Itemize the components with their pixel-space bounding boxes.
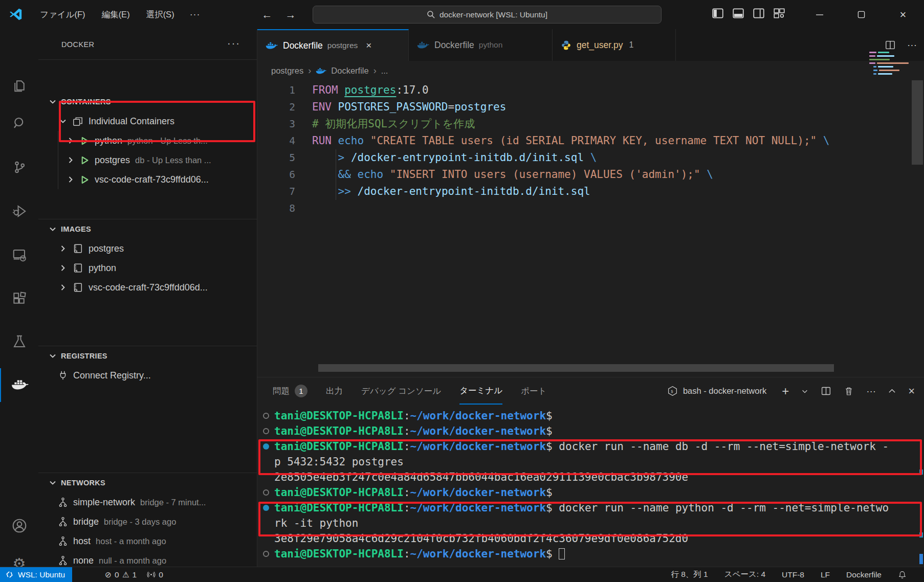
image-item-vsc-code-craft-73c9ffdd06d-[interactable]: vsc-code-craft-73c9ffdd06d... bbox=[38, 278, 257, 297]
toggle-secondary-sidebar-icon[interactable] bbox=[752, 7, 765, 20]
command-decoration-icon[interactable] bbox=[263, 443, 269, 450]
window-close-button[interactable]: × bbox=[891, 0, 915, 29]
toggle-panel-icon[interactable] bbox=[732, 7, 745, 20]
panel-more-actions-icon[interactable]: ··· bbox=[866, 386, 876, 397]
remote-indicator[interactable]: WSL: Ubuntu bbox=[0, 567, 72, 582]
editor-vertical-scrollbar[interactable] bbox=[912, 80, 923, 165]
window-maximize-button[interactable] bbox=[849, 0, 873, 29]
command-decoration-icon[interactable] bbox=[263, 428, 269, 434]
container-item-python[interactable]: pythonpython - Up Less th... bbox=[38, 131, 257, 150]
container-item-vsc-code-craft-73c9ffdd06-[interactable]: vsc-code-craft-73c9ffdd06... bbox=[38, 170, 257, 189]
section-header-registries[interactable]: REGISTRIES bbox=[38, 346, 257, 366]
panel-tab-デバッグ コンソール[interactable]: デバッグ コンソール bbox=[361, 377, 441, 405]
terminal-content[interactable]: tani@DESKTOP-HCPA8LI:~/work/docker-netwo… bbox=[257, 408, 917, 567]
nav-back-icon[interactable]: ← bbox=[258, 7, 276, 23]
container-item-postgres[interactable]: postgresdb - Up Less than ... bbox=[38, 150, 257, 170]
terminal-dropdown-icon[interactable] bbox=[801, 388, 808, 395]
panel-tab-問題[interactable]: 問題1 bbox=[273, 377, 307, 405]
panel-tab-ターミナル[interactable]: ターミナル bbox=[459, 377, 502, 405]
tab-problem-badge: 1 bbox=[629, 40, 633, 50]
tab-close-icon[interactable]: × bbox=[366, 40, 371, 51]
split-terminal-icon[interactable] bbox=[821, 386, 831, 396]
breadcrumb-file[interactable]: Dockerfile bbox=[331, 66, 368, 76]
chevron-right-icon bbox=[58, 243, 68, 254]
run-debug-icon[interactable] bbox=[0, 194, 38, 228]
docker-extension-icon[interactable] bbox=[0, 368, 38, 402]
code-token: = bbox=[448, 101, 455, 113]
terminal-title: bash - docker-network bbox=[683, 386, 766, 396]
command-center-search[interactable]: docker-network [WSL: Ubuntu] bbox=[313, 6, 662, 24]
tree-item-individual-containers[interactable]: Individual Containers bbox=[38, 111, 257, 131]
search-icon bbox=[427, 10, 435, 19]
image-item-postgres[interactable]: postgres bbox=[38, 239, 257, 258]
command-decoration-icon[interactable] bbox=[263, 413, 269, 419]
terminal-text: ~/work/docker-network bbox=[410, 410, 546, 422]
extensions-icon[interactable] bbox=[0, 282, 38, 316]
terminal-line: tani@DESKTOP-HCPA8LI:~/work/docker-netwo… bbox=[257, 485, 917, 500]
terminal-cursor[interactable] bbox=[559, 548, 565, 559]
menu-more-icon[interactable]: ··· bbox=[183, 6, 208, 23]
split-editor-icon[interactable] bbox=[885, 39, 896, 51]
menu-edit[interactable]: 編集(E) bbox=[94, 6, 138, 24]
network-item-host[interactable]: hosthost - a month ago bbox=[38, 531, 257, 551]
network-item-simple-network[interactable]: simple-networkbridge - 7 minut... bbox=[38, 493, 257, 512]
search-sidebar-icon[interactable] bbox=[0, 106, 38, 140]
connect-registry-button[interactable]: Connect Registry... bbox=[38, 366, 257, 385]
language-mode[interactable]: Dockerfile bbox=[846, 570, 882, 579]
encoding[interactable]: UTF-8 bbox=[782, 570, 804, 579]
indentation[interactable]: スペース: 4 bbox=[724, 569, 765, 580]
eol-sequence[interactable]: LF bbox=[821, 570, 830, 579]
breadcrumb-folder[interactable]: postgres bbox=[271, 66, 303, 76]
menu-selection[interactable]: 選択(S) bbox=[138, 6, 183, 24]
line-number: 4 bbox=[257, 132, 295, 149]
section-header-containers[interactable]: CONTAINERS bbox=[38, 92, 257, 111]
toggle-sidebar-icon[interactable] bbox=[711, 7, 724, 20]
remote-explorer-icon[interactable] bbox=[0, 238, 38, 272]
command-decoration-icon[interactable] bbox=[263, 505, 269, 511]
container-status: db - Up Less than ... bbox=[135, 155, 211, 165]
editor-more-actions-icon[interactable]: ··· bbox=[907, 39, 917, 51]
panel-tab-label: ターミナル bbox=[459, 385, 502, 396]
code-token bbox=[312, 185, 338, 197]
section-header-networks[interactable]: NETWORKS bbox=[38, 473, 257, 493]
command-decoration-icon[interactable] bbox=[263, 551, 269, 557]
chevron-right-icon bbox=[58, 282, 68, 293]
nav-forward-icon[interactable]: → bbox=[282, 7, 299, 23]
error-count: 0 bbox=[115, 570, 119, 579]
window-minimize-button[interactable] bbox=[808, 0, 831, 29]
image-item-python[interactable]: python bbox=[38, 258, 257, 278]
maximize-panel-icon[interactable] bbox=[888, 387, 896, 395]
tab-dockerfile-python[interactable]: Dockerfile python bbox=[409, 29, 553, 61]
panel-tab-ポート[interactable]: ポート bbox=[521, 377, 546, 405]
customize-layout-icon[interactable] bbox=[773, 7, 786, 20]
problems-status[interactable]: ⊘ 0 ⚠ 1 bbox=[105, 570, 137, 579]
ports-status[interactable]: 0 bbox=[147, 570, 163, 579]
notifications-bell-icon[interactable] bbox=[898, 570, 907, 579]
code-editor[interactable]: 1FROM postgres:17.02ENV POSTGRES_PASSWOR… bbox=[257, 82, 866, 358]
terminal-instance[interactable]: $ bash - docker-network bbox=[667, 386, 766, 396]
kill-terminal-icon[interactable] bbox=[844, 386, 854, 396]
new-terminal-icon[interactable]: + bbox=[782, 384, 789, 398]
editor-horizontal-scrollbar[interactable] bbox=[318, 364, 834, 372]
breadcrumb-symbol[interactable]: ... bbox=[381, 66, 388, 76]
testing-icon[interactable] bbox=[0, 325, 38, 359]
network-item-bridge[interactable]: bridgebridge - 3 days ago bbox=[38, 512, 257, 531]
tab-dockerfile-postgres[interactable]: Dockerfile postgres × bbox=[257, 29, 409, 61]
tab-get-user-py[interactable]: get_user.py 1 bbox=[553, 29, 676, 61]
sidebar-more-actions-icon[interactable]: ··· bbox=[227, 37, 240, 49]
terminal-text: : bbox=[404, 486, 410, 499]
menu-file[interactable]: ファイル(F) bbox=[32, 6, 94, 24]
sidebar-title: DOCKER bbox=[61, 40, 94, 49]
network-icon bbox=[58, 516, 68, 527]
panel-tab-出力[interactable]: 出力 bbox=[326, 377, 343, 405]
command-decoration-icon[interactable] bbox=[263, 489, 269, 496]
accounts-icon[interactable] bbox=[0, 509, 38, 543]
section-header-images[interactable]: IMAGES bbox=[38, 219, 257, 239]
terminal-icon: $ bbox=[667, 386, 678, 396]
minimap[interactable] bbox=[867, 50, 911, 93]
source-control-icon[interactable] bbox=[0, 150, 38, 184]
explorer-icon[interactable] bbox=[0, 69, 38, 102]
close-panel-icon[interactable]: × bbox=[908, 385, 915, 398]
terminal-scrollbar[interactable] bbox=[919, 408, 923, 564]
cursor-position[interactable]: 行 8、列 1 bbox=[671, 569, 708, 580]
